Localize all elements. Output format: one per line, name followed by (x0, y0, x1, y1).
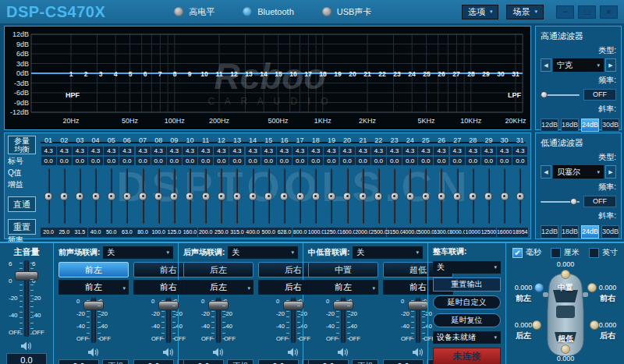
slider-handle[interactable] (107, 192, 115, 200)
slider-handle[interactable] (186, 192, 194, 200)
eq-band-gain-slider[interactable] (245, 165, 261, 225)
eq-band-gain-slider[interactable] (276, 165, 292, 225)
slider-handle[interactable] (516, 192, 524, 200)
reset-output-button[interactable]: 重置输出 (433, 277, 501, 292)
hpf-slope-24db[interactable]: 24dB (581, 118, 599, 132)
slider-handle[interactable] (154, 192, 163, 200)
slider-handle[interactable] (296, 192, 304, 200)
slider-handle[interactable] (91, 192, 100, 200)
slider-handle[interactable] (453, 192, 462, 200)
eq-band-gain-slider[interactable] (198, 165, 214, 225)
slider-handle[interactable] (280, 192, 289, 200)
eq-reset-button[interactable]: 重置 (8, 219, 36, 235)
eq-band-gain-slider[interactable] (214, 165, 229, 225)
eq-band-gain-slider[interactable] (229, 165, 245, 225)
slider-handle[interactable] (541, 91, 548, 98)
slider-handle[interactable] (170, 192, 179, 200)
slider-handle[interactable] (158, 301, 179, 310)
master-volume-slider-body[interactable]: 60-20-40OFF60-20-40OFF (0, 260, 53, 337)
eq-band-gain-slider[interactable] (418, 165, 434, 225)
delay-custom-button[interactable]: 延时自定义 (433, 295, 501, 309)
eq-band-gain-slider[interactable] (41, 165, 56, 225)
channel-gain-slider[interactable]: 0-20-40OFF0-20-40OFF (183, 298, 254, 343)
minimize-button[interactable]: − (556, 5, 574, 19)
phase-button[interactable]: 正相 (227, 359, 254, 364)
eq-band-gain-slider[interactable] (261, 165, 276, 225)
master-volume-slider[interactable]: 60-20-40OFF60-20-40OFF (0, 260, 53, 337)
slider-handle[interactable] (249, 192, 257, 200)
slider-handle[interactable] (390, 192, 399, 200)
radio-bluetooth[interactable]: Bluetooth (243, 7, 293, 16)
slider-handle[interactable] (408, 301, 428, 310)
eq-band-gain-slider[interactable] (166, 165, 182, 225)
hpf-slope-30db[interactable]: 30dB (601, 118, 619, 132)
eq-band-gain-slider[interactable] (104, 165, 119, 225)
lpf-type-prev-button[interactable]: ◀ (541, 165, 551, 178)
options-menu-button[interactable]: 选项 ▾ (462, 5, 499, 19)
slider-handle[interactable] (484, 192, 493, 200)
slider-handle[interactable] (122, 192, 131, 200)
group-link-select[interactable]: 关▾ (353, 246, 423, 259)
hpf-slope-12db[interactable]: 12dB (541, 118, 558, 132)
unit-inch-checkbox[interactable]: 英寸 (589, 247, 618, 258)
channel-output-select[interactable]: 前左▾ (308, 280, 378, 295)
lpf-frequency-slider[interactable] (541, 197, 580, 206)
slider-handle[interactable] (327, 192, 335, 200)
unit-millisecond-checkbox[interactable]: ✔ 毫秒 (512, 247, 541, 258)
scenes-menu-button[interactable]: 场景 ▾ (506, 5, 544, 19)
eq-band-gain-slider[interactable] (512, 165, 528, 225)
channel-gain-slider[interactable]: 0-20-40OFF0-20-40OFF (308, 298, 378, 343)
channel-output-select[interactable]: 后左▾ (183, 280, 254, 295)
slider-handle[interactable] (500, 192, 509, 200)
radio-usb-sound[interactable]: USB声卡 (322, 6, 372, 18)
group-link-select[interactable]: 关▾ (228, 246, 298, 259)
slider-handle[interactable] (311, 192, 320, 200)
hpf-type-prev-button[interactable]: ◀ (541, 58, 551, 72)
eq-band-gain-slider[interactable] (355, 165, 370, 225)
slider-handle[interactable] (343, 192, 352, 200)
slider-handle[interactable] (60, 192, 69, 200)
delay-reset-button[interactable]: 延时复位 (433, 313, 501, 327)
eq-band-gain-slider[interactable] (135, 165, 151, 225)
eq-band-gain-slider[interactable] (386, 165, 402, 225)
speaker-dot-sub[interactable] (561, 345, 570, 354)
eq-band-gain-slider[interactable] (402, 165, 418, 225)
channel-gain-slider[interactable]: 0-20-40OFF0-20-40OFF (58, 298, 129, 343)
slider-handle[interactable] (44, 192, 53, 200)
channel-button[interactable]: 前左 (58, 262, 129, 277)
hpf-frequency-slider[interactable] (541, 90, 580, 99)
eq-band-gain-slider[interactable] (87, 165, 103, 225)
close-button[interactable]: × (600, 5, 618, 19)
slider-handle[interactable] (83, 301, 104, 310)
device-status-select[interactable]: 设备未就绪 ▾ (433, 331, 501, 344)
speaker-dot-rear-right[interactable] (590, 320, 599, 330)
lpf-slope-12db[interactable]: 12dB (541, 225, 558, 239)
slider-handle[interactable] (15, 271, 38, 281)
slider-handle[interactable] (570, 198, 577, 205)
hpf-slope-18db[interactable]: 18dB (561, 118, 579, 132)
eq-band-gain-slider[interactable] (465, 165, 480, 225)
phase-button[interactable]: 正相 (102, 359, 129, 364)
slider-handle[interactable] (139, 192, 147, 200)
slider-handle[interactable] (359, 192, 367, 200)
eq-curve-graph[interactable]: 12dB9dB6dB3dB0dB-3dB-6dB-9dB-12dBRcbooC … (4, 26, 531, 130)
maximize-button[interactable]: □ (578, 5, 596, 19)
eq-band-gain-slider[interactable] (449, 165, 465, 225)
eq-bypass-button[interactable]: 直通 (8, 196, 36, 212)
lpf-type-select[interactable]: 贝塞尔 ▾ (553, 165, 604, 178)
channel-button[interactable]: 中置 (308, 262, 378, 277)
phase-button[interactable]: 正相 (352, 359, 378, 364)
eq-band-gain-slider[interactable] (339, 165, 355, 225)
lpf-slope-30db[interactable]: 30dB (601, 225, 619, 239)
hpf-type-select[interactable]: 宁克 ▾ (553, 58, 604, 72)
parametric-eq-button[interactable]: 参量 均衡 (8, 136, 36, 154)
connect-button[interactable]: 未连接 (433, 348, 501, 364)
slider-handle[interactable] (333, 301, 353, 310)
eq-band-gain-slider[interactable] (308, 165, 324, 225)
slider-handle[interactable] (217, 192, 225, 200)
eq-band-gain-slider[interactable] (292, 165, 308, 225)
eq-band-gain-slider[interactable] (56, 165, 72, 225)
slider-handle[interactable] (283, 301, 303, 310)
eq-band-gain-slider[interactable] (497, 165, 512, 225)
eq-band-gain-slider[interactable] (434, 165, 449, 225)
